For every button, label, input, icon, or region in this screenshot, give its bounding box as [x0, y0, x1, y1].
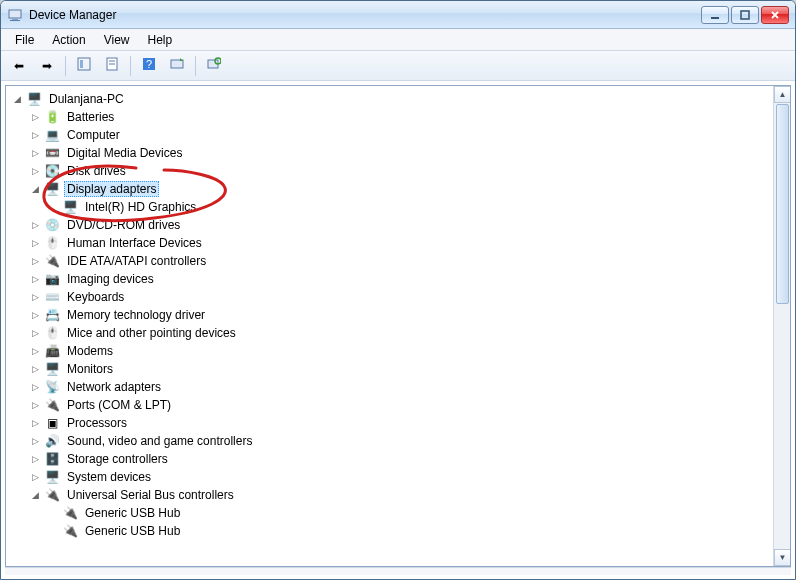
- tree-item-label: Mice and other pointing devices: [64, 325, 239, 341]
- tree-category[interactable]: ▷▣Processors: [10, 414, 773, 432]
- scroll-down-button[interactable]: ▼: [774, 549, 791, 566]
- tree-category[interactable]: ▷🗄️Storage controllers: [10, 450, 773, 468]
- no-expand-icon: [46, 200, 60, 214]
- expand-icon[interactable]: ▷: [28, 452, 42, 466]
- expand-icon[interactable]: ▷: [28, 218, 42, 232]
- expand-icon[interactable]: ▷: [28, 380, 42, 394]
- collapse-icon[interactable]: ◢: [10, 92, 24, 106]
- expand-icon[interactable]: ▷: [28, 398, 42, 412]
- tree-device[interactable]: 🔌Generic USB Hub: [10, 504, 773, 522]
- scan-button[interactable]: [165, 55, 189, 77]
- tree-item-label: Network adapters: [64, 379, 164, 395]
- device-icon: 🔌: [62, 523, 78, 539]
- collapse-icon[interactable]: ◢: [28, 488, 42, 502]
- device-category-icon: 📇: [44, 307, 60, 323]
- expand-icon[interactable]: ▷: [28, 470, 42, 484]
- tree-item-label: Modems: [64, 343, 116, 359]
- window-frame: Device Manager File Action View Help ⬅ ➡…: [0, 0, 796, 580]
- tree-category[interactable]: ▷💻Computer: [10, 126, 773, 144]
- scan-hardware-button[interactable]: [202, 55, 226, 77]
- device-category-icon: 🔌: [44, 487, 60, 503]
- refresh-icon: [207, 57, 221, 74]
- svg-rect-5: [78, 58, 90, 70]
- back-button[interactable]: ⬅: [7, 55, 31, 77]
- tree-category[interactable]: ▷🔌IDE ATA/ATAPI controllers: [10, 252, 773, 270]
- expand-icon[interactable]: ▷: [28, 344, 42, 358]
- tree-device[interactable]: 🔌Generic USB Hub: [10, 522, 773, 540]
- arrow-right-icon: ➡: [42, 59, 52, 73]
- vertical-scrollbar[interactable]: ▲ ▼: [773, 86, 790, 566]
- expand-icon[interactable]: ▷: [28, 254, 42, 268]
- expand-icon[interactable]: ▷: [28, 164, 42, 178]
- device-category-icon: 📷: [44, 271, 60, 287]
- tree-category[interactable]: ◢🖥️Display adapters: [10, 180, 773, 198]
- tree-category[interactable]: ▷📇Memory technology driver: [10, 306, 773, 324]
- tree-item-label: Universal Serial Bus controllers: [64, 487, 237, 503]
- scroll-thumb[interactable]: [776, 104, 789, 304]
- tree-item-label: Intel(R) HD Graphics: [82, 199, 199, 215]
- menu-action[interactable]: Action: [44, 31, 93, 49]
- maximize-button[interactable]: [731, 6, 759, 24]
- menu-help[interactable]: Help: [140, 31, 181, 49]
- tree-category[interactable]: ▷📼Digital Media Devices: [10, 144, 773, 162]
- expand-icon[interactable]: ▷: [28, 326, 42, 340]
- expand-icon[interactable]: ▷: [28, 236, 42, 250]
- device-icon: 🔌: [62, 505, 78, 521]
- collapse-icon[interactable]: ◢: [28, 182, 42, 196]
- device-category-icon: 🖥️: [44, 181, 60, 197]
- device-category-icon: 🖱️: [44, 235, 60, 251]
- expand-icon[interactable]: ▷: [28, 128, 42, 142]
- expand-icon[interactable]: ▷: [28, 434, 42, 448]
- svg-rect-0: [9, 10, 21, 18]
- tree-category[interactable]: ▷💿DVD/CD-ROM drives: [10, 216, 773, 234]
- tree-category[interactable]: ▷📷Imaging devices: [10, 270, 773, 288]
- help-button[interactable]: ?: [137, 55, 161, 77]
- tree-category[interactable]: ▷🔋Batteries: [10, 108, 773, 126]
- tree-category[interactable]: ▷🖥️Monitors: [10, 360, 773, 378]
- tree-item-label: Digital Media Devices: [64, 145, 185, 161]
- tree-category[interactable]: ▷🖱️Mice and other pointing devices: [10, 324, 773, 342]
- minimize-button[interactable]: [701, 6, 729, 24]
- show-hide-tree-button[interactable]: [72, 55, 96, 77]
- menu-file[interactable]: File: [7, 31, 42, 49]
- computer-icon: 🖥️: [26, 91, 42, 107]
- expand-icon[interactable]: ▷: [28, 362, 42, 376]
- device-tree[interactable]: ◢🖥️Dulanjana-PC▷🔋Batteries▷💻Computer▷📼Di…: [6, 86, 773, 566]
- tree-item-label: Imaging devices: [64, 271, 157, 287]
- content-area: ◢🖥️Dulanjana-PC▷🔋Batteries▷💻Computer▷📼Di…: [1, 81, 795, 579]
- expand-icon[interactable]: ▷: [28, 146, 42, 160]
- tree-category[interactable]: ▷⌨️Keyboards: [10, 288, 773, 306]
- svg-text:?: ?: [146, 58, 152, 70]
- expand-icon[interactable]: ▷: [28, 290, 42, 304]
- forward-button[interactable]: ➡: [35, 55, 59, 77]
- properties-button[interactable]: [100, 55, 124, 77]
- menu-view[interactable]: View: [96, 31, 138, 49]
- expand-icon[interactable]: ▷: [28, 416, 42, 430]
- tree-item-label: Ports (COM & LPT): [64, 397, 174, 413]
- tree-category[interactable]: ▷📡Network adapters: [10, 378, 773, 396]
- svg-rect-4: [741, 11, 749, 19]
- svg-rect-6: [80, 60, 83, 68]
- close-button[interactable]: [761, 6, 789, 24]
- svg-rect-12: [171, 60, 183, 68]
- titlebar[interactable]: Device Manager: [1, 1, 795, 29]
- tree-category[interactable]: ▷🖥️System devices: [10, 468, 773, 486]
- toolbar-sep: [130, 56, 131, 76]
- expand-icon[interactable]: ▷: [28, 272, 42, 286]
- expand-icon[interactable]: ▷: [28, 308, 42, 322]
- tree-root[interactable]: ◢🖥️Dulanjana-PC: [10, 90, 773, 108]
- expand-icon[interactable]: ▷: [28, 110, 42, 124]
- help-icon: ?: [142, 57, 156, 74]
- toolbar-sep: [195, 56, 196, 76]
- tree-category[interactable]: ▷🖱️Human Interface Devices: [10, 234, 773, 252]
- tree-category[interactable]: ▷📠Modems: [10, 342, 773, 360]
- svg-rect-3: [711, 17, 719, 19]
- scroll-up-button[interactable]: ▲: [774, 86, 791, 103]
- toolbar-sep: [65, 56, 66, 76]
- tree-device[interactable]: 🖥️Intel(R) HD Graphics: [10, 198, 773, 216]
- tree-category[interactable]: ▷💽Disk drives: [10, 162, 773, 180]
- device-category-icon: 🔋: [44, 109, 60, 125]
- tree-category[interactable]: ▷🔌Ports (COM & LPT): [10, 396, 773, 414]
- tree-category[interactable]: ▷🔊Sound, video and game controllers: [10, 432, 773, 450]
- tree-category[interactable]: ◢🔌Universal Serial Bus controllers: [10, 486, 773, 504]
